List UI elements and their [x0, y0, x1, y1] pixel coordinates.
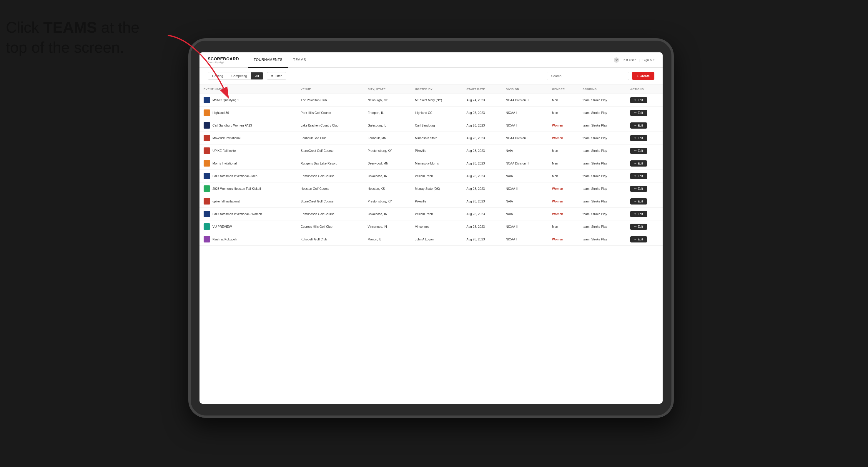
event-name-text: Highland 36: [212, 111, 229, 115]
cell-division: NICAA I: [502, 233, 548, 246]
edit-label: Edit: [638, 238, 643, 241]
edit-button[interactable]: ✏ Edit: [630, 135, 647, 141]
annotation-bold: TEAMS: [43, 19, 97, 36]
cell-gender: Men: [548, 106, 579, 119]
cell-start-date: Aug 24, 2023: [462, 94, 502, 106]
edit-label: Edit: [638, 149, 643, 152]
filter-hosting[interactable]: Hosting: [208, 72, 227, 80]
edit-button[interactable]: ✏ Edit: [630, 122, 647, 129]
cell-division: NAIA: [502, 145, 548, 157]
cell-division: NICAA I: [502, 119, 548, 132]
cell-venue: StoneCrest Golf Course: [297, 145, 364, 157]
cell-division: NAIA: [502, 208, 548, 220]
cell-start-date: Aug 28, 2023: [462, 145, 502, 157]
signout-link[interactable]: Sign out: [643, 58, 654, 62]
edit-button[interactable]: ✏ Edit: [630, 198, 647, 205]
filter-button[interactable]: ≡ Filter: [267, 72, 286, 80]
logo-powered-text: Powered by clippit: [208, 61, 239, 63]
pencil-icon: ✏: [634, 162, 637, 165]
cell-hosted-by: William Penn: [411, 208, 462, 220]
cell-division: NCAA Division III: [502, 157, 548, 170]
edit-label: Edit: [638, 136, 643, 140]
event-name-text: VU PREVIEW: [212, 225, 232, 228]
edit-button[interactable]: ✏ Edit: [630, 186, 647, 192]
cell-venue: Faribault Golf Club: [297, 132, 364, 145]
cell-scoring: team, Stroke Play: [579, 208, 626, 220]
event-name-text: 2023 Women's Hesston Fall Kickoff: [212, 187, 261, 190]
table-row: 2023 Women's Hesston Fall Kickoff Hessto…: [199, 182, 662, 195]
cell-actions: ✏ Edit: [626, 94, 662, 106]
pencil-icon: ✏: [634, 187, 637, 190]
toolbar-left: Hosting Competing All ≡ Filter: [208, 72, 286, 80]
col-actions: ACTIONS: [626, 85, 662, 94]
cell-event-name: upike fall invitational: [199, 195, 297, 208]
event-name-text: Carl Sandburg Women FA23: [212, 124, 252, 127]
user-name: Test User: [622, 58, 636, 62]
team-logo: [204, 198, 210, 205]
cell-venue: Cypress Hills Golf Club: [297, 220, 364, 233]
cell-actions: ✏ Edit: [626, 170, 662, 182]
cell-start-date: Aug 25, 2023: [462, 106, 502, 119]
edit-button[interactable]: ✏ Edit: [630, 148, 647, 154]
edit-button[interactable]: ✏ Edit: [630, 211, 647, 217]
table-row: upike fall invitational StoneCrest Golf …: [199, 195, 662, 208]
cell-start-date: Aug 28, 2023: [462, 220, 502, 233]
cell-hosted-by: Minnesota-Morris: [411, 157, 462, 170]
cell-division: NICAA II: [502, 220, 548, 233]
cell-start-date: Aug 28, 2023: [462, 182, 502, 195]
col-division: DIVISION: [502, 85, 548, 94]
cell-start-date: Aug 26, 2023: [462, 119, 502, 132]
tab-tournaments[interactable]: TOURNAMENTS: [248, 52, 288, 68]
pencil-icon: ✏: [634, 200, 637, 203]
cell-hosted-by: Pikeville: [411, 145, 462, 157]
table-container: EVENT NAME VENUE CITY, STATE HOSTED BY S…: [199, 85, 662, 404]
search-input[interactable]: [547, 72, 629, 80]
cell-event-name: VU PREVIEW: [199, 220, 297, 233]
edit-button[interactable]: ✏ Edit: [630, 97, 647, 103]
cell-division: NICAA II: [502, 182, 548, 195]
edit-button[interactable]: ✏ Edit: [630, 160, 647, 166]
col-gender: GENDER: [548, 85, 579, 94]
cell-division: NCAA Division III: [502, 94, 548, 106]
edit-button[interactable]: ✏ Edit: [630, 224, 647, 230]
col-hosted-by: HOSTED BY: [411, 85, 462, 94]
event-name-text: Fall Statesmen Invitational - Men: [212, 174, 257, 178]
filter-btn-group: Hosting Competing All: [208, 72, 264, 80]
cell-gender: Men: [548, 220, 579, 233]
create-button[interactable]: + Create: [632, 72, 654, 80]
pencil-icon: ✏: [634, 175, 637, 178]
cell-city-state: Vincennes, IN: [364, 220, 411, 233]
cell-event-name: Klash at Kokopelli: [199, 233, 297, 246]
team-logo: [204, 211, 210, 217]
settings-icon[interactable]: ⚙: [614, 57, 619, 63]
table-row: MSMC Qualifying 1 The Powelton Club Newb…: [199, 94, 662, 106]
header-right: ⚙ Test User | Sign out: [614, 57, 654, 63]
header-left: SCOREBOARD Powered by clippit TOURNAMENT…: [208, 52, 311, 68]
cell-gender: Women: [548, 195, 579, 208]
tab-teams[interactable]: TEAMS: [288, 52, 311, 68]
edit-label: Edit: [638, 213, 643, 216]
edit-button[interactable]: ✏ Edit: [630, 236, 647, 243]
pencil-icon: ✏: [634, 124, 637, 127]
cell-event-name: Fall Statesmen Invitational - Women: [199, 208, 297, 220]
team-logo: [204, 148, 210, 154]
filter-all[interactable]: All: [251, 72, 263, 80]
cell-gender: Men: [548, 94, 579, 106]
table-row: Highland 36 Park Hills Golf Course Freep…: [199, 106, 662, 119]
filter-icon: ≡: [271, 74, 273, 78]
toolbar-right: + Create: [547, 72, 654, 80]
cell-actions: ✏ Edit: [626, 233, 662, 246]
edit-button[interactable]: ✏ Edit: [630, 173, 647, 179]
edit-button[interactable]: ✏ Edit: [630, 110, 647, 116]
pencil-icon: ✏: [634, 149, 637, 152]
cell-scoring: team, Stroke Play: [579, 106, 626, 119]
filter-competing[interactable]: Competing: [227, 72, 251, 80]
cell-hosted-by: Pikeville: [411, 195, 462, 208]
cell-event-name: Morris Invitational: [199, 157, 297, 170]
team-logo: [204, 173, 210, 179]
cell-actions: ✏ Edit: [626, 132, 662, 145]
cell-event-name: Maverick Invitational: [199, 132, 297, 145]
edit-label: Edit: [638, 175, 643, 178]
cell-hosted-by: Mt. Saint Mary (NY): [411, 94, 462, 106]
cell-scoring: team, Stroke Play: [579, 170, 626, 182]
